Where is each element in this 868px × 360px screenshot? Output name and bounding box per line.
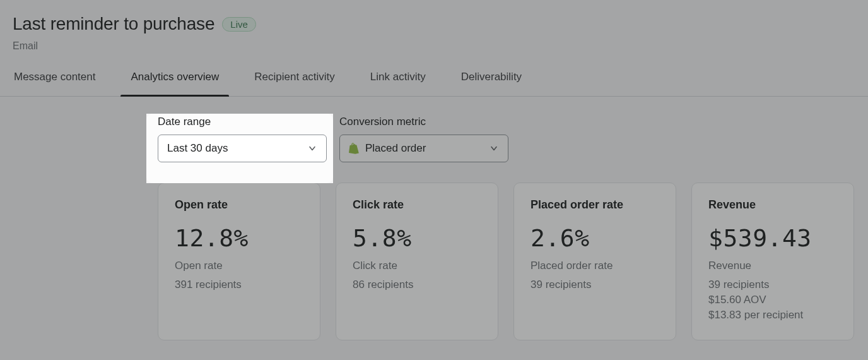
- shopify-icon: [349, 143, 359, 154]
- tab-analytics-overview[interactable]: Analytics overview: [129, 71, 220, 96]
- date-range-select[interactable]: Last 30 days: [158, 135, 327, 162]
- page-subtitle: Email: [13, 40, 855, 52]
- chevron-down-icon: [307, 143, 317, 153]
- card-title: Placed order rate: [531, 198, 659, 212]
- card-sub: Click rate: [353, 260, 481, 272]
- metric-card-open-rate: Open rate 12.8% Open rate 391 recipients: [158, 183, 320, 340]
- conversion-metric-label: Conversion metric: [339, 116, 508, 128]
- page-title: Last reminder to purchase: [13, 14, 214, 34]
- conversion-metric-select[interactable]: Placed order: [339, 135, 508, 162]
- date-range-label: Date range: [158, 116, 327, 128]
- card-line: 86 recipients: [353, 279, 481, 291]
- date-range-field: Date range Last 30 days: [158, 116, 327, 162]
- card-sub: Open rate: [175, 260, 303, 272]
- card-line: 39 recipients: [531, 279, 659, 291]
- card-title: Open rate: [175, 198, 303, 212]
- tab-message-content[interactable]: Message content: [13, 71, 97, 96]
- tabs: Message content Analytics overview Recip…: [0, 71, 868, 97]
- card-sub: Revenue: [708, 260, 837, 272]
- status-badge: Live: [222, 17, 256, 32]
- tab-recipient-activity[interactable]: Recipient activity: [253, 71, 336, 96]
- conversion-metric-value: Placed order: [365, 142, 426, 155]
- card-value: 2.6%: [531, 224, 659, 252]
- metric-card-click-rate: Click rate 5.8% Click rate 86 recipients: [336, 183, 498, 340]
- card-line: 39 recipients: [708, 279, 837, 291]
- card-value: 5.8%: [353, 224, 481, 252]
- conversion-metric-field: Conversion metric Placed order: [339, 116, 508, 162]
- chevron-down-icon: [489, 143, 499, 153]
- date-range-value: Last 30 days: [167, 142, 228, 155]
- card-line: $15.60 AOV: [708, 294, 837, 306]
- card-title: Revenue: [708, 198, 837, 212]
- card-value: 12.8%: [175, 224, 303, 252]
- metric-card-revenue: Revenue $539.43 Revenue 39 recipients $1…: [691, 183, 854, 340]
- card-value: $539.43: [708, 224, 837, 252]
- card-line: 391 recipients: [175, 279, 303, 291]
- card-title: Click rate: [353, 198, 481, 212]
- tab-link-activity[interactable]: Link activity: [369, 71, 427, 96]
- tab-deliverability[interactable]: Deliverability: [460, 71, 523, 96]
- card-line: $13.83 per recipient: [708, 309, 837, 321]
- card-sub: Placed order rate: [531, 260, 659, 272]
- metric-card-placed-order-rate: Placed order rate 2.6% Placed order rate…: [513, 183, 676, 340]
